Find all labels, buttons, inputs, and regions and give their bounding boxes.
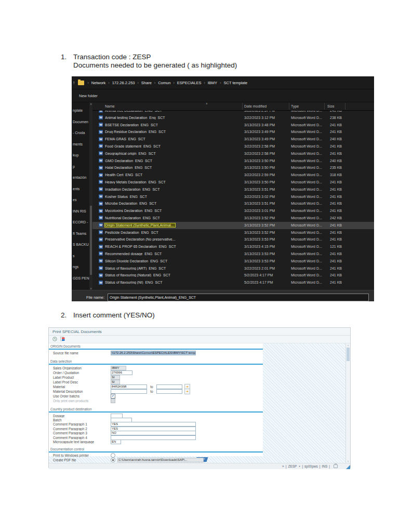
breadcrumb-item[interactable]: Share	[141, 81, 152, 85]
column-header-size[interactable]: Size	[327, 104, 335, 108]
file-date-modified: 5/2/2023 4:17 PM	[244, 273, 290, 277]
up-arrow-icon[interactable]: ↑	[73, 80, 75, 85]
file-row[interactable]: W Microbe Declaration_ENG_SCT 3/13/2023 …	[92, 200, 374, 207]
file-row[interactable]: W Status of flavouring (NI)_ENG_SCT 5/2/…	[92, 279, 374, 286]
microcapsule-language-field[interactable]: EN	[111, 440, 121, 444]
word-file-icon: W	[99, 259, 103, 263]
file-row[interactable]: W BSETSE Declaration_ENG_SCT 3/13/2023 3…	[92, 122, 374, 129]
file-row[interactable]: W Animal testing Declaration_Eng_SCT 3/2…	[92, 114, 374, 122]
scrollbar-thumb[interactable]	[90, 206, 92, 275]
file-row[interactable]: W Status of flavouring (ART)_ENG_SCT 3/2…	[92, 265, 374, 272]
file-row[interactable]: W Kosher Status_ENG_SCT 3/22/2023 3:02 P…	[92, 193, 374, 201]
sidebar-item[interactable]: s	[72, 250, 89, 262]
file-size: 241 KB	[323, 152, 342, 155]
file-type: Microsoft Word D...	[291, 188, 325, 191]
file-row[interactable]: W Pesticide Declaration_ENG_SCT 3/13/202…	[92, 229, 374, 236]
sidebar-item[interactable]: p	[72, 161, 89, 172]
scroll-down-icon[interactable]: ∨	[346, 459, 350, 463]
file-size: 241 KB	[323, 195, 342, 198]
scrollbar-thumb[interactable]	[347, 348, 350, 361]
file-row[interactable]: W Silicon Dioxide Declaration_ENG_SCT 3/…	[92, 258, 374, 265]
sales-org-field[interactable]: IBMY	[111, 366, 126, 370]
file-row[interactable]: W Geographical origin_ENG_SCT 3/22/2023 …	[92, 150, 374, 157]
file-date-modified: 3/13/2023 3:53 PM	[244, 259, 290, 263]
label-product-field[interactable]: SI	[111, 375, 120, 380]
file-name: Pesticide Declaration_ENG_SCT	[105, 231, 241, 234]
sales-org-label: Sales Organization	[53, 366, 111, 370]
execute-icon[interactable]	[52, 337, 57, 342]
sidebar-item[interactable]: ments	[72, 139, 89, 150]
sidebar-item[interactable]: nplate	[72, 105, 89, 116]
breadcrumb-item[interactable]: ESPECIALES	[177, 81, 202, 85]
breadcrumb-item[interactable]: Network	[91, 81, 106, 85]
sap-status-bar: » | ZESP ▼ | sp00pws | INS |	[49, 463, 350, 469]
file-row[interactable]: W Irradiation Declaration_ENG_SCT 3/13/2…	[92, 186, 374, 193]
sidebar-item[interactable]: ngs	[72, 261, 89, 273]
file-date-modified: 5/2/2023 4:17 PM	[244, 281, 290, 284]
material-desc-to-field[interactable]	[156, 389, 182, 394]
step-1-line1: Transaction code : ZESP	[73, 53, 237, 61]
file-row[interactable]: W Status of flavouring (Natural)_ENG_SCT…	[92, 272, 374, 279]
file-row[interactable]: W Food Grade statement_ENG_SCT 3/22/2023…	[92, 143, 374, 150]
create-pdf-radio[interactable]	[111, 458, 115, 462]
file-row[interactable]: W Origin Statement (Synthetic,Plant,Anim…	[92, 222, 374, 229]
file-name-input[interactable]: Origin Statement (Synthetic,Plant,Animal…	[108, 294, 369, 301]
breadcrumb-item[interactable]: 172.26.2.253	[112, 81, 135, 85]
column-header-date-modified[interactable]: Date modified	[244, 104, 267, 108]
label-prod-desc-field[interactable]: SI	[111, 380, 120, 384]
file-row[interactable]: W Mycotoxins Declaration_ENG_SCT 3/22/20…	[92, 207, 374, 215]
file-name: Drug Residue Declaration_ENG_SCT	[105, 130, 241, 134]
sidebar-item[interactable]: es	[72, 194, 89, 206]
breadcrumb-item[interactable]: IBMY	[208, 81, 217, 85]
sidebar-item[interactable]: ents	[72, 183, 89, 195]
new-folder-button[interactable]: New folder	[79, 94, 98, 98]
step-2-text: Insert comment (YES/NO)	[73, 311, 155, 320]
sidebar-item[interactable]: entación	[72, 172, 89, 183]
sidebar-item[interactable]: S BACKU	[72, 239, 89, 250]
sidebar-item[interactable]: - Croda	[72, 127, 89, 139]
use-order-batchs-checkbox[interactable]: ✔	[111, 394, 115, 398]
file-row[interactable]: W Halal Declaration_ENG_SCT 3/13/2023 3:…	[92, 164, 374, 171]
file-row[interactable]: W REACH & PROP 65 Declaration_ENG_SCT 3/…	[92, 243, 374, 250]
sidebar-item[interactable]: Documen	[72, 116, 89, 128]
get-variant-icon[interactable]	[60, 337, 65, 342]
source-file-input[interactable]: \\172.26.2.253\Share\Comun\ESPECIALES\IB…	[111, 351, 196, 355]
file-name: BSETSE Declaration_ENG_SCT	[105, 123, 241, 127]
file-row[interactable]: W FEMA GRAS_ENG_SCT 3/13/2023 3:49 PM Mi…	[92, 136, 374, 143]
file-date-modified: 3/22/2023 3:02 PM	[244, 195, 290, 198]
file-row[interactable]: W Heavy Metals Declaration_ENG_SCT 3/13/…	[92, 179, 374, 186]
material-to-field[interactable]	[156, 384, 182, 389]
resize-grip[interactable]	[346, 465, 350, 469]
file-row[interactable]: W Recommended dosage_ENG_SCT 3/13/2023 3…	[92, 250, 374, 258]
sidebar-item[interactable]: INN RIS	[72, 206, 89, 217]
file-type: Microsoft Word D...	[291, 231, 325, 234]
sidebar-item[interactable]: GDS PEND	[72, 273, 89, 284]
column-header-type[interactable]: Type	[291, 104, 299, 108]
file-row[interactable]: W Nutritional Declaration_ENG_SCT 3/13/2…	[92, 215, 374, 222]
sap-selection-screen: SAP ORIGIN Documents Source file name \\…	[49, 343, 350, 463]
file-row[interactable]: W GMO Declaration_ENG_SCT 3/13/2023 3:50…	[92, 157, 374, 165]
breadcrumb-item[interactable]: Comun	[158, 81, 170, 85]
breadcrumb-item[interactable]: SCT template	[223, 81, 247, 85]
file-row[interactable]: W Health Cert_ENG_SCT 3/22/2023 2:59 PM …	[92, 171, 374, 179]
file-row[interactable]: W Preservative Declaration (No preservat…	[92, 236, 374, 243]
only-print-own-checkbox[interactable]	[111, 398, 115, 403]
material-from-field[interactable]: 84R2K998	[111, 384, 147, 389]
status-transaction[interactable]: ZESP	[288, 464, 297, 468]
comment-paragraph-4-field[interactable]	[111, 435, 196, 440]
multiple-selection-icon[interactable]: ➜	[184, 389, 190, 394]
status-chevrons[interactable]: »	[282, 464, 284, 468]
order-quotation-field[interactable]: 276996	[111, 370, 132, 375]
sidebar-item[interactable]: kup	[72, 150, 89, 161]
sidebar-item[interactable]: ECORD -	[72, 217, 89, 228]
column-header-name[interactable]: Name	[105, 104, 115, 108]
sidebar-item[interactable]: ft Teams	[72, 228, 89, 240]
file-size: 241 KB	[323, 237, 342, 241]
dropdown-caret-icon[interactable]: ▼	[298, 465, 300, 468]
scroll-up-icon[interactable]: ∧	[346, 343, 350, 347]
word-file-icon: W	[99, 158, 103, 163]
file-row[interactable]: W Drug Residue Declaration_ENG_SCT 3/13/…	[92, 128, 374, 136]
create-pdf-path-field[interactable]: C:\Users\amirah.husna.tarmizi\Downloads\…	[117, 458, 204, 462]
material-desc-from-field[interactable]	[111, 389, 147, 394]
sap-scrollbar[interactable]: ∧ ∨	[345, 343, 350, 463]
